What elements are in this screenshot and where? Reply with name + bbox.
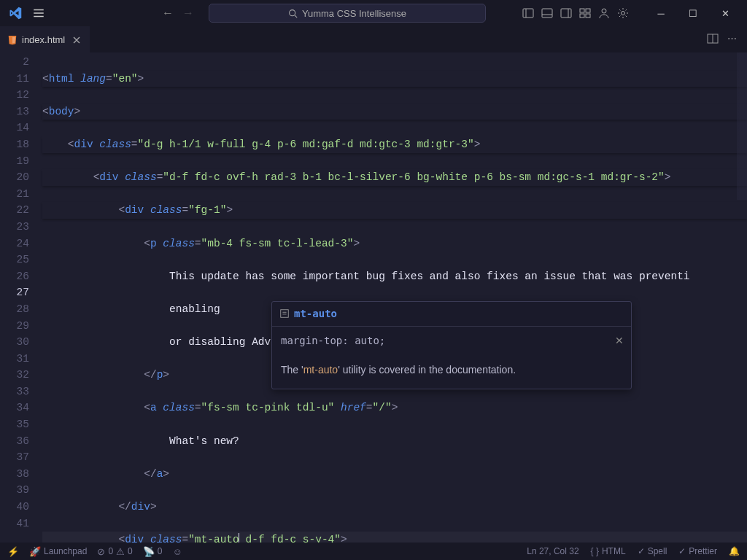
remote-indicator[interactable]: ⚡ xyxy=(7,546,19,557)
minimap[interactable] xyxy=(737,52,747,542)
intellisense-hover: mt-auto ✕ margin-top: auto; The 'mt-auto… xyxy=(271,301,632,389)
code-editor[interactable]: 2111213141819202122232425262728293031323… xyxy=(0,52,747,542)
split-editor-icon[interactable] xyxy=(707,33,719,47)
status-language[interactable]: { } HTML xyxy=(591,546,626,556)
titlebar: ← → Yumma CSS Intellisense ─ ☐ ✕ xyxy=(0,0,747,26)
suggest-css-rule: margin-top: auto; xyxy=(281,332,622,349)
status-feedback-icon[interactable]: ☺ xyxy=(172,546,182,557)
status-prettier[interactable]: ✓ Prettier xyxy=(678,546,717,556)
line-number-gutter: 2111213141819202122232425262728293031323… xyxy=(0,52,42,542)
close-icon[interactable]: ✕ xyxy=(615,332,624,349)
html-file-icon xyxy=(7,35,18,45)
suggest-doc: The 'mt-auto' utility is covered in the … xyxy=(281,362,622,378)
layout-grid-icon[interactable] xyxy=(579,7,591,19)
code-content[interactable]: <html lang="en"> <body> <div class="d-g … xyxy=(42,52,747,542)
svg-rect-1 xyxy=(523,9,533,18)
vscode-logo-icon xyxy=(9,7,22,20)
suggest-name: mt-auto xyxy=(294,306,337,322)
command-center-text: Yumma CSS Intellisense xyxy=(302,8,406,19)
window-maximize-icon[interactable]: ☐ xyxy=(677,0,709,26)
svg-point-8 xyxy=(602,9,606,13)
window-close-icon[interactable]: ✕ xyxy=(709,0,741,26)
status-bell-icon[interactable]: 🔔 xyxy=(729,546,740,556)
status-launchpad[interactable]: 🚀Launchpad xyxy=(29,546,87,557)
svg-rect-7 xyxy=(586,14,590,18)
hamburger-menu-icon[interactable] xyxy=(32,7,45,20)
status-cursor-pos[interactable]: Ln 27, Col 32 xyxy=(527,546,578,556)
command-center[interactable]: Yumma CSS Intellisense xyxy=(209,4,486,23)
svg-rect-5 xyxy=(586,9,590,12)
svg-rect-3 xyxy=(561,9,571,18)
svg-rect-6 xyxy=(580,14,584,18)
status-ports[interactable]: 📡0 xyxy=(143,546,163,557)
svg-rect-2 xyxy=(542,9,552,18)
nav-back-icon[interactable]: ← xyxy=(162,7,174,20)
layout-bottom-icon[interactable] xyxy=(541,7,553,19)
tab-filename: index.html xyxy=(22,34,65,45)
gear-icon[interactable] xyxy=(617,7,629,19)
svg-point-0 xyxy=(290,9,295,15)
svg-rect-4 xyxy=(580,9,584,12)
nav-forward-icon[interactable]: → xyxy=(182,7,194,20)
window-minimize-icon[interactable]: ─ xyxy=(645,0,677,26)
more-actions-icon[interactable]: ⋯ xyxy=(727,33,737,47)
snippet-icon xyxy=(279,308,290,319)
layout-left-icon[interactable] xyxy=(522,7,534,19)
svg-rect-11 xyxy=(281,310,289,318)
editor-tabs: index.html ⋯ xyxy=(0,26,747,52)
statusbar: ⚡ 🚀Launchpad ⊘0 ⚠0 📡0 ☺ Ln 27, Col 32 { … xyxy=(0,542,747,560)
layout-right-icon[interactable] xyxy=(560,7,572,19)
status-spell[interactable]: ✓ Spell xyxy=(638,546,667,556)
search-icon xyxy=(288,9,298,18)
svg-point-9 xyxy=(622,12,625,15)
status-problems[interactable]: ⊘0 ⚠0 xyxy=(97,546,132,557)
close-icon[interactable] xyxy=(71,34,82,46)
account-icon[interactable] xyxy=(598,7,610,19)
tab-index-html[interactable]: index.html xyxy=(0,26,90,52)
